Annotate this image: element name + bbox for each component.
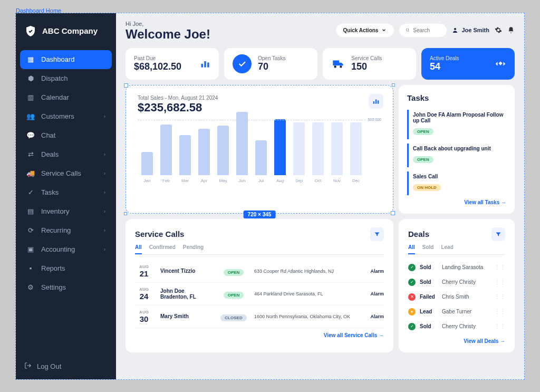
logout-button[interactable]: Log Out [16,353,116,379]
bar-may[interactable]: May [214,126,233,183]
bar-label: Dec [352,178,360,183]
bar-apr[interactable]: Apr [195,129,214,183]
deal-row[interactable]: ✓SoldCherry Christy⋮⋮ [408,275,505,290]
tab-sold[interactable]: Sold [422,244,434,254]
card-label: Open Tasks [258,55,286,61]
nav-item-inventory[interactable]: ▤Inventory› [20,202,112,221]
filter-button[interactable] [370,227,384,241]
nav-item-customers[interactable]: 👥Customers› [20,107,112,126]
nav-item-reports[interactable]: ▪Reports [20,259,112,278]
bar-jul[interactable]: Jul [252,140,271,183]
nav-label: Tasks [41,188,59,196]
bar-sep[interactable]: Sep [290,122,308,183]
tab-confirmed[interactable]: Confirmed [149,244,176,254]
stat-cards: Past Due $68,102.50 Open Tasks 70 Servic… [126,48,515,80]
chart-toggle-icon[interactable] [369,94,383,109]
card-value: $68,102.50 [134,61,194,72]
tab-all[interactable]: All [135,244,142,254]
view-all-deals-link[interactable]: View all Deals → [408,338,505,344]
open-tasks-card[interactable]: Open Tasks 70 [224,48,317,80]
nav-item-accounting[interactable]: ▣Accounting› [20,240,112,259]
deal-status: Sold [420,264,438,270]
settings-icon: ⚙ [26,283,35,292]
handshake-icon [495,58,506,70]
card-label: Past Due [134,55,194,61]
tab-lead[interactable]: Lead [441,244,453,254]
bar-oct[interactable]: Oct [308,122,327,183]
bell-icon[interactable] [507,26,515,34]
service-calls-tabs: AllConfirmedPending [135,244,384,255]
nav-item-recurring[interactable]: ⟳Recurring› [20,221,112,240]
drag-handle-icon[interactable]: ⋮⋮ [495,294,505,300]
app-frame: ABC Company ▦Dashboard⬢Dispatch▥Calendar… [15,13,525,380]
deal-status: Sold [420,323,438,329]
past-due-card[interactable]: Past Due $68,102.50 [126,48,219,80]
nav-item-service-calls[interactable]: 🚚Service Calls› [20,164,112,183]
deals-tabs: AllSoldLead [408,244,505,255]
dimension-badge: 720 × 345 [244,211,276,218]
nav-item-chat[interactable]: 💬Chat [20,126,112,145]
nav-item-dispatch[interactable]: ⬢Dispatch [20,69,112,88]
bar-nov[interactable]: Nov [327,122,346,183]
search-box[interactable] [399,24,447,37]
view-all-service-calls-link[interactable]: View all Service Calls → [135,332,384,338]
filter-button[interactable] [491,227,505,241]
active-deals-card[interactable]: Active Deals 54 [421,48,515,80]
bar-feb[interactable]: Feb [157,125,176,183]
bar-dec[interactable]: Dec [346,122,365,183]
deal-row[interactable]: ✕FailedChris Smith⋮⋮ [408,290,505,304]
user-icon [452,27,458,33]
svg-rect-2 [201,64,203,68]
service-call-row[interactable]: AUG24John Doe Bradenton, FLOPEN464 Parkl… [135,283,384,305]
customer-name: Mary Smith [160,313,213,319]
service-call-row[interactable]: AUG21Vincent TizzioOPEN633 Cooper Rd Atl… [135,260,384,283]
deal-row[interactable]: ●LeadGabe Turner⋮⋮ [408,304,505,319]
search-input[interactable] [413,27,440,33]
drag-handle-icon[interactable]: ⋮⋮ [495,264,505,270]
bar-aug[interactable]: Aug [271,119,290,183]
deal-row[interactable]: ✓SoldLanding Sarasota⋮⋮ [408,260,505,275]
nav-label: Customers [41,112,74,120]
drag-handle-icon[interactable]: ⋮⋮ [495,279,505,285]
user-name: Joe Smith [461,27,489,33]
bar-jan[interactable]: Jan [138,152,157,183]
nav-item-settings[interactable]: ⚙Settings [20,278,112,297]
deal-status: Sold [420,279,438,285]
gear-icon[interactable] [495,26,502,34]
chart-value: $235,682.58 [138,101,381,114]
drag-handle-icon[interactable]: ⋮⋮ [495,323,505,329]
bar [179,135,191,175]
nav-item-deals[interactable]: ⇄Deals› [20,145,112,164]
nav-item-calendar[interactable]: ▥Calendar [20,88,112,107]
nav-label: Calendar [41,93,69,101]
brand[interactable]: ABC Company [16,13,116,50]
reports-icon: ▪ [26,264,35,273]
deal-name: Cherry Christy [442,323,490,329]
task-item[interactable]: Sales CallON HOLD [407,171,506,195]
drag-handle-icon[interactable]: ⋮⋮ [495,309,505,314]
service-calls-card[interactable]: Service Calls 150 [323,48,416,80]
bar [350,122,362,175]
deal-row[interactable]: ✓SoldCherry Christy⋮⋮ [408,319,505,334]
nav-item-dashboard[interactable]: ▦Dashboard [20,50,112,69]
task-item[interactable]: Call Back about upgrading unitOPEN [407,144,506,167]
chevron-right-icon: › [104,151,105,157]
tab-all[interactable]: All [408,244,415,254]
task-item[interactable]: John Doe FA Alarm Proposal Follow up Cal… [407,110,506,139]
status-badge: OPEN [224,269,244,276]
tab-pending[interactable]: Pending [183,244,204,254]
bar [141,152,153,175]
chevron-down-icon [381,27,387,33]
nav-label: Deals [41,150,59,158]
greeting-large: Welcome Joe! [126,27,210,42]
nav-item-tasks[interactable]: ✓Tasks› [20,183,112,202]
service-call-row[interactable]: AUG30Mary SmithCLOSED1600 North Pennsylv… [135,305,384,328]
quick-actions-button[interactable]: Quick Actions [336,24,394,37]
bar-mar[interactable]: Mar [176,135,195,183]
user-menu[interactable]: Joe Smith [452,27,489,33]
chevron-right-icon: › [104,227,105,233]
map-icon: ⬢ [26,74,35,83]
view-all-tasks-link[interactable]: View all Tasks → [407,199,506,205]
bar-jun[interactable]: Jun [233,112,252,183]
date: AUG24 [135,287,153,301]
